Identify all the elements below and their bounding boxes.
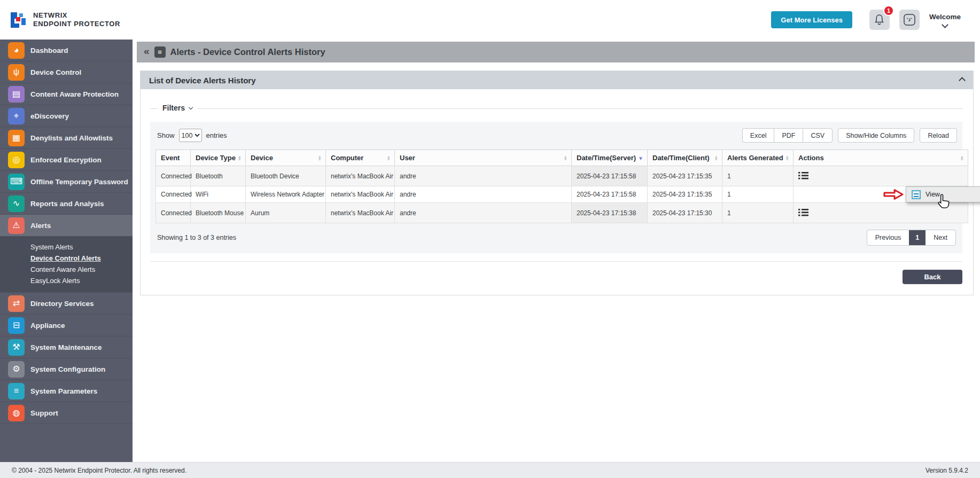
- sidebar-item-device-control[interactable]: ψDevice Control: [0, 61, 133, 83]
- reload-button[interactable]: Reload: [920, 128, 957, 143]
- chart-icon: ∿: [8, 195, 25, 212]
- row-actions-menu-icon[interactable]: [798, 208, 808, 217]
- submenu-item-system-alerts[interactable]: System Alerts: [30, 241, 73, 253]
- cell-computer: netwrix's MacBook Air: [326, 186, 395, 203]
- submenu-item-device-control-alerts[interactable]: Device Control Alerts: [30, 253, 101, 264]
- column-header-label: Date/Time(Client): [652, 154, 710, 162]
- cell-event: Connected: [156, 186, 191, 203]
- cell-date-time-client: 2025-04-23 17:15:35: [648, 186, 722, 203]
- column-header-alerts-generated[interactable]: Alerts Generated▲▼: [722, 150, 794, 166]
- sidebar-item-system-parameters[interactable]: ≡System Parameters: [0, 380, 133, 402]
- top-header-bar: NETWRIX ENDPOINT PROTECTOR Get More Lice…: [0, 0, 980, 40]
- sidebar-item-appliance[interactable]: ⊟Appliance: [0, 315, 133, 336]
- current-page-button[interactable]: 1: [909, 230, 925, 245]
- cell-device: Bluetooth Device: [246, 166, 326, 186]
- table-row: ConnectedBluetooth MouseAurumnetwrix's M…: [156, 203, 968, 223]
- sidebar-item-dashboard[interactable]: ◕Dashboard: [0, 40, 133, 61]
- sidebar-item-ediscovery[interactable]: ⌖eDiscovery: [0, 105, 133, 127]
- chevron-down-icon: [189, 105, 193, 109]
- export-pdf-button[interactable]: PDF: [774, 128, 803, 143]
- show-hide-columns-button[interactable]: Show/Hide Columns: [838, 128, 914, 143]
- brand-text: NETWRIX ENDPOINT PROTECTOR: [33, 11, 120, 29]
- entries-per-page-select[interactable]: 100: [179, 129, 202, 142]
- pagination: Previous 1 Next: [867, 230, 956, 246]
- chevron-down-icon: [942, 21, 948, 28]
- collapse-sidebar-icon[interactable]: «: [144, 45, 150, 57]
- cell-user: andre: [395, 166, 572, 186]
- gear-icon: ⚙: [8, 361, 25, 378]
- cell-device: Wireless Network Adapter: [246, 186, 326, 203]
- cell-computer: netwrix's MacBook Air: [326, 166, 395, 186]
- cell-device-type: Bluetooth: [191, 166, 246, 186]
- column-header-actions[interactable]: Actions▲▼: [794, 150, 968, 166]
- column-header-device[interactable]: Device▲▼: [246, 150, 326, 166]
- sidebar-item-label: eDiscovery: [30, 112, 69, 120]
- sidebar-item-reports-and-analysis[interactable]: ∿Reports and Analysis: [0, 193, 133, 215]
- column-header-device-type[interactable]: Device Type▲▼: [191, 150, 246, 166]
- previous-page-button[interactable]: Previous: [867, 230, 909, 245]
- sidebar: ◕DashboardψDevice Control▤Content Aware …: [0, 40, 133, 462]
- cell-alerts-generated: 1: [722, 166, 794, 186]
- list-settings-icon: ≡: [8, 383, 25, 399]
- notification-count-badge: 1: [883, 5, 894, 16]
- next-page-button[interactable]: Next: [925, 230, 955, 245]
- sidebar-item-label: Content Aware Protection: [30, 90, 119, 98]
- cell-event: Connected: [156, 166, 191, 186]
- back-button[interactable]: Back: [903, 270, 962, 284]
- cell-date-time-client: 2025-04-23 17:15:35: [648, 166, 722, 186]
- column-header-date-time-client[interactable]: Date/Time(Client)▲▼: [648, 150, 722, 166]
- sidebar-item-system-maintenance[interactable]: ⚒System Maintenance: [0, 336, 133, 358]
- notifications-button[interactable]: 1: [869, 10, 890, 30]
- get-more-licenses-button[interactable]: Get More Licenses: [771, 11, 852, 28]
- column-header-label: User: [400, 154, 415, 162]
- netwrix-logo-icon: [11, 12, 27, 28]
- sidebar-item-label: Dashboard: [30, 46, 68, 54]
- column-header-label: Device: [251, 154, 273, 162]
- welcome-menu[interactable]: Welcome: [929, 13, 961, 27]
- table-row: ConnectedBluetoothBluetooth Devicenetwri…: [156, 166, 968, 186]
- export-excel-button[interactable]: Excel: [742, 128, 774, 143]
- pie-chart-icon: ◕: [8, 42, 25, 59]
- filters-toggle[interactable]: Filters: [158, 104, 197, 112]
- column-header-user[interactable]: User▲▼: [395, 150, 572, 166]
- sidebar-item-system-configuration[interactable]: ⚙System Configuration: [0, 358, 133, 380]
- sidebar-item-label: Support: [30, 409, 58, 417]
- column-header-label: Actions: [798, 154, 824, 162]
- list-window-icon: ▦: [8, 130, 25, 146]
- sidebar-item-label: Alerts: [30, 222, 51, 230]
- document-scan-icon: ▤: [8, 86, 25, 103]
- panel-title: List of Device Alerts History: [149, 76, 256, 85]
- column-header-date-time-server[interactable]: Date/Time(Server)▼: [572, 150, 648, 166]
- alerts-history-panel: List of Device Alerts History Filters Sh…: [140, 70, 974, 295]
- user-account-button[interactable]: [899, 10, 920, 30]
- show-label: Show: [157, 131, 175, 139]
- sort-arrows-icon: ▲▼: [238, 155, 242, 161]
- cell-alerts-generated: 1: [722, 203, 794, 223]
- page-title: Alerts - Device Control Alerts History: [170, 47, 325, 57]
- alerts-history-table: EventDevice Type▲▼Device▲▼Computer▲▼User…: [155, 150, 968, 223]
- view-icon: [912, 190, 921, 199]
- export-csv-button[interactable]: CSV: [803, 128, 833, 143]
- sidebar-item-label: Device Control: [30, 68, 81, 76]
- panel-divider: [150, 261, 962, 262]
- view-action-menu-item[interactable]: View: [906, 186, 980, 202]
- sidebar-item-alerts[interactable]: ⚠Alerts: [0, 215, 133, 237]
- sidebar-item-support[interactable]: ◍Support: [0, 402, 133, 424]
- sidebar-item-offline-temporary-password[interactable]: ⌨Offline Temporary Password: [0, 171, 133, 193]
- collapse-panel-icon[interactable]: [959, 77, 966, 84]
- row-actions-menu-icon[interactable]: [798, 171, 808, 180]
- sidebar-item-denylists-and-allowlists[interactable]: ▦Denylists and Allowlists: [0, 127, 133, 149]
- sidebar-item-enforced-encryption[interactable]: ◎Enforced Encryption: [0, 149, 133, 171]
- cell-user: andre: [395, 186, 572, 203]
- sort-arrows-icon: ▲▼: [318, 155, 322, 161]
- submenu-item-easylock-alerts[interactable]: EasyLock Alerts: [30, 275, 80, 286]
- sidebar-item-directory-services[interactable]: ⇄Directory Services: [0, 293, 133, 315]
- cell-date-time-server: 2025-04-23 17:15:58: [572, 166, 648, 186]
- column-header-computer[interactable]: Computer▲▼: [326, 150, 395, 166]
- tools-icon: ⚒: [8, 339, 25, 356]
- sidebar-item-content-aware-protection[interactable]: ▤Content Aware Protection: [0, 83, 133, 105]
- copyright-text: © 2004 - 2025 Netwrix Endpoint Protector…: [12, 467, 186, 474]
- submenu-item-content-aware-alerts[interactable]: Content Aware Alerts: [30, 264, 95, 275]
- version-text: Version 5.9.4.2: [925, 467, 968, 474]
- page-title-bar: « ≡ Alerts - Device Control Alerts Histo…: [137, 42, 975, 62]
